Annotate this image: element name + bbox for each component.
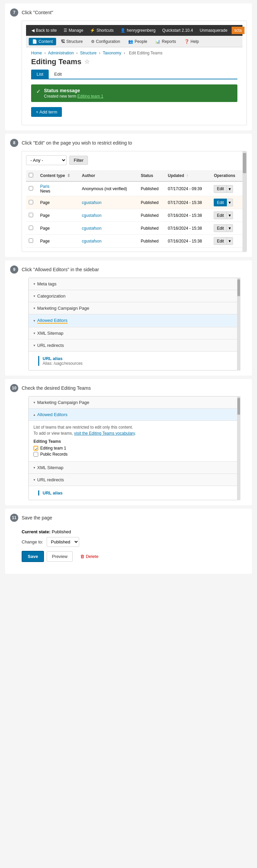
back-to-site-btn[interactable]: ◀ Back to site xyxy=(29,27,60,34)
breadcrumb-admin[interactable]: Administration xyxy=(48,51,74,55)
chevron-down-icon: ▾ xyxy=(33,294,35,298)
team-checkbox-1[interactable] xyxy=(33,452,38,457)
accordion-header-allowed-editors[interactable]: ▾ Allowed Editors xyxy=(29,314,240,327)
nav-reports[interactable]: 📊 Reports xyxy=(152,38,179,45)
chevron-down-icon: ▾ xyxy=(33,282,35,286)
breadcrumb-taxonomy[interactable]: Taxonomy xyxy=(103,51,121,55)
state-select[interactable]: Published xyxy=(47,537,79,547)
nav-content[interactable]: 📄 Content xyxy=(29,38,56,45)
ops-dropdown-row3[interactable]: ▾ xyxy=(227,224,233,232)
accordion-header-xml-sitemap[interactable]: ▾ XML Sitemap xyxy=(29,327,240,339)
status-message: ✓ Status message Created new term Editin… xyxy=(31,84,237,102)
nav-people[interactable]: 👥 People xyxy=(125,38,150,45)
breadcrumb: Home › Administration › Structure › Taxo… xyxy=(31,51,237,55)
step-number-7: 7 xyxy=(10,8,18,17)
content-icon: 📄 xyxy=(32,39,37,44)
add-term-button[interactable]: + Add term xyxy=(31,107,62,117)
sort-icon-updated: ↑ xyxy=(186,173,188,178)
accordion-header-allowed-editors-step10[interactable]: ▴ Allowed Editors xyxy=(29,409,240,420)
allowed-editors-description: List of teams that are restricted to edi… xyxy=(33,424,235,436)
current-state: Current state: Published xyxy=(22,529,247,534)
unmasquerade-btn[interactable]: Unmasquerade xyxy=(197,27,230,34)
author-link-row3[interactable]: cgustafson xyxy=(82,226,101,231)
chevron-down-icon: ▾ xyxy=(33,319,35,323)
shortcuts-btn[interactable]: ⚡ Shortcuts xyxy=(87,27,116,34)
accordion-xml-sitemap: ▾ XML Sitemap xyxy=(29,327,240,339)
ops-dropdown-row1[interactable]: ▾ xyxy=(227,199,233,206)
step-10-header: 10 Check the desired Editing Teams xyxy=(10,384,247,392)
table-row: Paris News Anonymous (not verified) Publ… xyxy=(26,181,242,196)
author-link-row1[interactable]: cgustafson xyxy=(82,200,101,205)
breadcrumb-home[interactable]: Home xyxy=(31,51,42,55)
editing-teams-vocab-link[interactable]: visit the Editing Teams vocabulary xyxy=(74,431,135,436)
author-link-row2[interactable]: cgustafson xyxy=(82,213,101,218)
extra-btn[interactable]: scta xyxy=(232,27,244,34)
menu-icon: ☰ xyxy=(64,28,67,33)
chevron-down-icon: ▾ xyxy=(33,478,35,482)
breadcrumb-structure[interactable]: Structure xyxy=(80,51,97,55)
user-icon: 👤 xyxy=(120,28,125,33)
content-type-filter[interactable]: - Any - xyxy=(26,155,67,165)
ops-dropdown-row4[interactable]: ▾ xyxy=(227,237,233,245)
status-link[interactable]: Editing team 1 xyxy=(77,94,103,99)
accordion-header-xml-sitemap-step10[interactable]: ▾ XML Sitemap xyxy=(29,462,240,474)
row-link-paris[interactable]: Paris xyxy=(40,184,49,189)
quickstart-btn[interactable]: Quickstart 2.10.4 xyxy=(160,27,196,34)
tab-list[interactable]: List xyxy=(31,70,49,79)
row-checkbox[interactable] xyxy=(29,226,33,230)
ops-dropdown-row0[interactable]: ▾ xyxy=(227,185,233,193)
col-header-author[interactable]: Author xyxy=(79,170,138,181)
row-checkbox[interactable] xyxy=(29,186,33,190)
url-alias-section-step10: URL alias xyxy=(38,490,230,495)
step-number-11: 11 xyxy=(10,514,18,522)
tab-edit[interactable]: Edit xyxy=(49,70,67,79)
edit-button-row2[interactable]: Edit xyxy=(214,211,227,219)
user-btn[interactable]: 👤 henrygreenberg xyxy=(118,27,158,34)
row-checkbox[interactable] xyxy=(29,213,33,217)
col-header-content-type[interactable]: Content type ⇕ xyxy=(38,170,79,181)
help-icon: ❓ xyxy=(184,39,189,44)
step-7-ui: ◀ Back to site ☰ Manage ⚡ Shortcuts 👤 he… xyxy=(22,21,247,125)
author-link-row4[interactable]: cgustafson xyxy=(82,239,101,244)
accordion-header-url-redirects[interactable]: ▾ URL redirects xyxy=(29,339,240,351)
allowed-editors-content: List of teams that are restricted to edi… xyxy=(29,420,240,461)
manage-btn[interactable]: ☰ Manage xyxy=(61,27,86,34)
edit-button-row0[interactable]: Edit xyxy=(214,185,227,193)
step-8-header: 8 Click "Edit" on the page you wish to r… xyxy=(10,139,247,147)
edit-button-row4[interactable]: Edit xyxy=(214,237,227,245)
filter-button[interactable]: Filter xyxy=(69,156,88,165)
col-header-status[interactable]: Status xyxy=(138,170,165,181)
edit-button-row1[interactable]: Edit xyxy=(214,199,227,206)
people-icon: 👥 xyxy=(128,39,133,44)
accordion-meta-tags: ▾ Meta tags xyxy=(29,278,240,290)
ops-group: Edit ▾ xyxy=(214,237,240,245)
content-table: Content type ⇕ Author Status Updated ↑ xyxy=(26,170,242,248)
nav-configuration[interactable]: ⚙ Configuration xyxy=(88,38,123,45)
step-7: 7 Click "Content" ◀ Back to site ☰ Manag… xyxy=(5,3,252,130)
delete-button[interactable]: 🗑 Delete xyxy=(75,552,103,561)
step-title-8: Click "Edit" on the page you wish to res… xyxy=(22,140,132,146)
step-title-7: Click "Content" xyxy=(22,10,53,15)
select-all-checkbox[interactable] xyxy=(29,173,33,177)
row-checkbox[interactable] xyxy=(29,238,33,243)
team-checkbox-item-0: ✓ Editing team 1 xyxy=(33,446,235,451)
status-title: Status message xyxy=(44,88,103,93)
nav-structure[interactable]: 🏗 Structure xyxy=(57,38,86,45)
team-checkbox-item-1: Public Records xyxy=(33,452,235,457)
save-button[interactable]: Save xyxy=(22,551,44,562)
edit-button-row3[interactable]: Edit xyxy=(214,224,227,232)
accordion-header-marketing-step10[interactable]: ▾ Marketing Campaign Page xyxy=(29,397,240,408)
accordion-header-url-redirects-step10[interactable]: ▾ URL redirects xyxy=(29,474,240,486)
accordion-header-meta-tags[interactable]: ▾ Meta tags xyxy=(29,278,240,290)
ops-dropdown-row2[interactable]: ▾ xyxy=(227,211,233,219)
row-checkbox[interactable] xyxy=(29,200,33,204)
admin-toolbar: ◀ Back to site ☰ Manage ⚡ Shortcuts 👤 he… xyxy=(26,25,242,36)
col-header-updated[interactable]: Updated ↑ xyxy=(165,170,211,181)
preview-button[interactable]: Preview xyxy=(47,551,72,562)
accordion-header-categorization[interactable]: ▾ Categorization xyxy=(29,290,240,302)
favorite-star-icon[interactable]: ☆ xyxy=(84,58,90,66)
step-title-9: Click "Allowed Editors" in the sidebar xyxy=(22,267,99,272)
accordion-header-marketing[interactable]: ▾ Marketing Campaign Page xyxy=(29,302,240,314)
back-icon: ◀ xyxy=(31,28,34,33)
nav-help[interactable]: ❓ Help xyxy=(181,38,203,45)
